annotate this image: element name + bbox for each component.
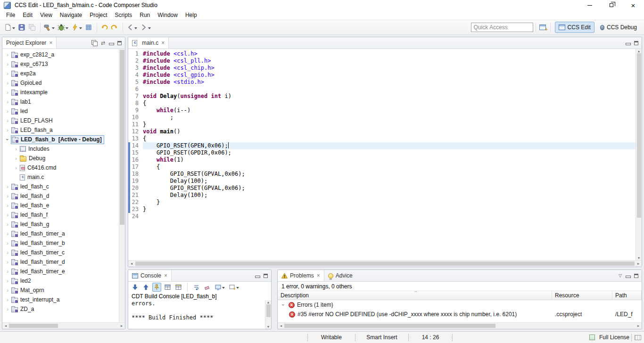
expand-arrow-icon[interactable]: › [13,165,19,171]
tree-item-lab1[interactable]: ›lab1 [2,97,125,106]
console-output[interactable]: errors. **** Build Finished **** [128,300,265,329]
code-line-22[interactable]: 22 } [128,199,636,206]
console-vertical-scrollbar[interactable]: ▴ ▾ [265,300,271,329]
scrollbar-thumb[interactable] [284,324,495,328]
expand-arrow-icon[interactable]: › [4,118,11,123]
problems-column-description[interactable]: Description^ [278,291,552,300]
scroll-to-top-button[interactable] [141,283,150,292]
code-line-12[interactable]: 12void main() [128,128,636,135]
tree-item-c6416-cmd[interactable]: ›C6416.cmd [2,163,125,172]
close-view-icon[interactable]: × [317,272,320,279]
close-view-icon[interactable]: × [164,272,167,279]
expand-arrow-icon[interactable]: › [4,212,11,218]
tree-item-gpioled[interactable]: ›GpioLed [2,78,125,88]
menu-navigate[interactable]: Navigate [56,11,86,19]
code-line-3[interactable]: 3#include <csl_chip.h> [128,65,636,72]
code-line-2[interactable]: 2#include <csl_pll.h> [128,57,636,65]
problems-column-path[interactable]: Path [612,291,642,300]
expand-arrow-icon[interactable]: › [4,52,11,57]
code-line-1[interactable]: 1#include <csl.h> [128,50,636,57]
tab-main-c[interactable]: main.c × [128,37,169,49]
scroll-down-icon[interactable]: ▾ [636,256,642,260]
tree-item-led-flash-timer-c[interactable]: ›led_flash_timer_c [2,248,125,257]
tree-item-intexample[interactable]: ›intexample [2,88,125,97]
menu-help[interactable]: Help [182,11,201,19]
expand-arrow-icon[interactable]: › [4,259,11,265]
tab-advice[interactable]: Advice [324,270,356,281]
restore-button[interactable] [601,0,622,10]
menu-edit[interactable]: Edit [19,11,36,19]
maximize-view-icon[interactable] [117,41,122,45]
previous-edit-location-button[interactable] [99,22,109,33]
minimize-view-icon[interactable] [626,274,630,278]
quick-access-input[interactable] [471,23,533,32]
code-line-16[interactable]: 16 while(1) [128,156,636,163]
show-console-stderr-button[interactable] [174,283,183,292]
tree-item-led2[interactable]: ›led2 [2,276,125,286]
debug-button[interactable] [57,22,69,33]
maximize-view-icon[interactable] [634,274,638,278]
scroll-right-icon[interactable]: ▸ [635,324,642,328]
scroll-right-icon[interactable]: ▸ [118,324,125,328]
open-perspective-button[interactable] [538,22,547,33]
code-line-9[interactable]: 9 while(i--) [128,107,636,114]
scroll-up-icon[interactable]: ▴ [265,300,272,304]
editor-horizontal-scrollbar[interactable]: ◂ ▸ [128,260,642,267]
scrollbar-thumb[interactable] [120,50,124,225]
scroll-left-icon[interactable]: ◂ [2,324,9,328]
scrollbar-thumb[interactable] [9,324,58,328]
word-wrap-button[interactable] [192,283,201,292]
link-with-editor-icon[interactable]: ⇄ [101,40,105,46]
code-line-23[interactable]: 23} [128,206,636,213]
problems-horizontal-scrollbar[interactable]: ◂ ▸ [278,322,642,329]
maximize-view-icon[interactable] [264,274,268,278]
scrollbar-thumb[interactable] [135,261,635,266]
code-line-20[interactable]: 20 GPIO_RSET(GPVAL,0x06); [128,185,636,192]
build-button[interactable] [43,22,56,33]
explorer-horizontal-scrollbar[interactable]: ◂ ▸ [2,322,125,329]
tree-item-led-flash-c[interactable]: ›led_flash_c [2,182,125,191]
show-console-stdout-button[interactable] [163,283,172,292]
forward-button[interactable] [139,22,152,33]
new-button[interactable] [3,22,16,33]
code-line-10[interactable]: 10 ; [128,114,636,121]
perspective-button-ccs-debug[interactable]: CCS Debug [596,22,641,33]
save-button[interactable] [17,22,26,33]
scroll-down-icon[interactable]: ▾ [265,325,272,329]
expand-arrow-icon[interactable]: › [4,108,11,114]
close-view-icon[interactable]: × [49,40,52,46]
minimize-view-icon[interactable] [255,274,260,278]
tree-item-led-flash-timer-a[interactable]: ›led_flash_timer_a [2,229,125,238]
code-line-4[interactable]: 4#include <csl_gpio.h> [128,72,636,79]
perspective-button-ccs-edit[interactable]: CCS Edit [555,22,594,33]
display-selected-console-button[interactable] [214,283,226,292]
target-config-button[interactable] [84,22,93,33]
expand-arrow-icon[interactable]: › [4,278,11,284]
code-line-6[interactable]: 6 [128,86,636,93]
editor-vertical-scrollbar[interactable]: ▴ ▾ [636,49,642,260]
tree-item-led-flash-a[interactable]: ›LED_flash_a [2,125,125,135]
scroll-to-bottom-button[interactable] [131,283,140,292]
expand-arrow-icon[interactable]: › [4,203,11,208]
progress-trim-icon[interactable] [635,335,641,340]
code-line-18[interactable]: 18 GPIO_RSET(GPVAL,0x06); [128,171,636,178]
tab-project-explorer[interactable]: Project Explorer × [2,37,57,49]
menu-project[interactable]: Project [86,11,111,19]
expand-arrow-icon[interactable]: › [4,287,11,293]
menu-window[interactable]: Window [154,11,182,19]
back-button[interactable] [125,22,138,33]
tree-item-mat-oprn[interactable]: ›Mat_oprn [2,286,125,295]
expand-arrow-icon[interactable]: › [4,80,11,86]
expand-arrow-icon[interactable]: › [4,269,11,274]
code-line-5[interactable]: 5#include <stdio.h> [128,79,636,86]
view-menu-icon[interactable]: ▽ [619,273,622,278]
expand-arrow-icon[interactable]: › [4,127,11,133]
tree-item-main-c[interactable]: main.c [2,172,125,182]
expand-arrow-icon[interactable]: › [4,90,11,95]
tree-item-led-flash-d[interactable]: ›led_flash_d [2,191,125,201]
code-line-15[interactable]: 15 GPIO_RSET(GPDIR,0x06); [128,149,636,156]
expand-arrow-icon[interactable]: › [4,99,11,105]
code-line-14[interactable]: 14 GPIO_RSET(GPEN,0x06); [128,142,636,149]
code-line-7[interactable]: 7void Delay(unsigned int i) [128,93,636,100]
code-line-13[interactable]: 13{ [128,135,636,142]
